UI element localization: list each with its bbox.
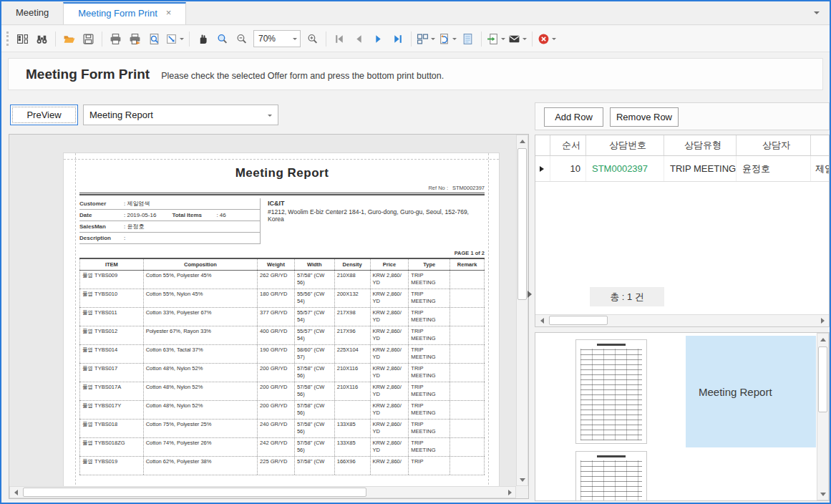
thumbnail-item[interactable]: [537, 453, 816, 501]
scroll-right-icon[interactable]: [504, 487, 515, 498]
multi-page-view-icon[interactable]: [415, 29, 437, 49]
print-preview-icon[interactable]: [145, 29, 164, 49]
margin-guide: [75, 153, 76, 492]
toolbar: 70%: [1, 26, 830, 52]
company-name: IC&IT: [268, 200, 485, 207]
scroll-down-icon[interactable]: [817, 488, 828, 500]
report-table-row: 풀염 TYBS018ZG Cotton 74%, Polyester 26% 2…: [79, 438, 485, 457]
grid-data-row[interactable]: 10 STM0002397 TRIP MEETING 윤정호 제일: [535, 156, 829, 182]
close-icon[interactable]: [166, 8, 172, 24]
report-form-select-value: Meeting Report: [89, 110, 153, 120]
scroll-left-icon[interactable]: [10, 487, 21, 498]
chevron-down-icon[interactable]: [293, 38, 297, 42]
chevron-down-icon[interactable]: [180, 38, 184, 42]
cell-seq[interactable]: 10: [550, 156, 586, 181]
scale-icon[interactable]: [164, 29, 185, 49]
prev-page-icon[interactable]: [349, 29, 369, 49]
report-table-row: 풀염 TYBS019 Cotton 62%, Polyester 38% 225…: [79, 457, 485, 475]
vertical-scroll-thumb[interactable]: [517, 148, 527, 300]
report-table-row: 풀염 TYBS012 Polyester 67%, Rayon 33% 400 …: [79, 326, 485, 345]
grid-header-seq[interactable]: 순서: [550, 135, 586, 155]
chevron-down-icon[interactable]: [268, 115, 272, 119]
first-page-icon[interactable]: [330, 29, 349, 49]
cell-consult-type[interactable]: TRIP MEETING: [664, 156, 737, 181]
grid-header-consultant[interactable]: 상담자: [737, 135, 811, 155]
chevron-down-icon[interactable]: [501, 38, 505, 42]
tab-list-chevron-down-icon[interactable]: [814, 11, 820, 17]
grid-header-extra[interactable]: [811, 135, 829, 155]
tab-bar: Meeting Meeting Form Print: [1, 1, 830, 25]
toolbar-separator: [411, 32, 412, 47]
zoom-in-icon[interactable]: [213, 29, 232, 49]
remove-row-button[interactable]: Remove Row: [610, 107, 679, 127]
magnifier-plus-icon[interactable]: [303, 29, 322, 49]
report-page-label: PAGE 1 of 2: [79, 250, 485, 256]
report-table-row: 풀염 TYBS017A Cotton 48%, Nylon 52% 200 GR…: [79, 382, 485, 401]
next-page-icon[interactable]: [369, 29, 388, 49]
thumbnail-item-selected[interactable]: Meeting Report: [537, 336, 816, 447]
zoom-level-combo[interactable]: 70%: [253, 30, 301, 47]
horizontal-scroll-thumb[interactable]: [549, 316, 608, 325]
thumbnail-selection-area[interactable]: Meeting Report: [686, 336, 816, 447]
thumbnail-page-preview[interactable]: [537, 453, 686, 501]
open-folder-icon[interactable]: [59, 29, 79, 49]
mini-report-page: [575, 339, 647, 444]
export-report-icon[interactable]: [437, 29, 458, 49]
report-thumbnails-panel: Meeting Report: [535, 332, 830, 501]
toolbar-separator: [189, 32, 190, 47]
report-form-select[interactable]: Meeting Report: [83, 105, 278, 125]
send-email-icon[interactable]: [507, 29, 528, 49]
watermark-document-icon[interactable]: [458, 29, 477, 49]
print-preview-panel: Meeting Report Ref No :STM0002397 Custom…: [9, 134, 529, 499]
horizontal-scroll-thumb[interactable]: [23, 488, 366, 497]
preview-button[interactable]: PreView: [10, 105, 78, 125]
report-info-table: Customer: 제일염색 Date: 2019-05-16Total Ite…: [79, 198, 260, 244]
thumbnail-page-preview[interactable]: [537, 336, 686, 447]
toolbar-separator: [326, 32, 326, 47]
vertical-scroll-thumb[interactable]: [818, 346, 827, 412]
print-icon[interactable]: [106, 29, 125, 49]
stop-close-icon[interactable]: [536, 29, 558, 49]
grid-header-consult-type[interactable]: 상담유형: [664, 135, 737, 155]
scroll-left-icon[interactable]: [536, 315, 548, 326]
chevron-down-icon[interactable]: [452, 38, 457, 42]
scroll-up-icon[interactable]: [517, 135, 528, 147]
grid-header-consult-no[interactable]: 상담번호: [586, 135, 664, 155]
page-header: Meeting Form Print Please check the sele…: [8, 58, 823, 90]
cell-consult-no[interactable]: STM0002397: [586, 156, 664, 181]
row-indicator-icon: [540, 166, 547, 172]
row-buttons-panel: Add Row Remove Row: [535, 102, 830, 130]
margin-guide: [488, 153, 489, 492]
toolbar-drag-handle[interactable]: [6, 32, 9, 46]
scroll-up-icon[interactable]: [817, 334, 828, 345]
tab-meeting[interactable]: Meeting: [1, 2, 63, 24]
tab-label: Meeting: [16, 7, 49, 18]
cell-extra[interactable]: 제일: [811, 156, 829, 181]
find-icon[interactable]: [32, 29, 52, 49]
scroll-down-icon[interactable]: [517, 474, 528, 485]
cell-consultant[interactable]: 윤정호: [737, 156, 811, 181]
report-title: Meeting Report: [79, 166, 485, 180]
company-block: IC&IT #1212, Woolim E-biz Center2 184-1,…: [260, 198, 485, 244]
report-table-row: 풀염 TYBS017 Cotton 48%, Nylon 52% 200 GR/…: [79, 364, 485, 382]
chevron-down-icon[interactable]: [552, 38, 556, 42]
zoom-level-value: 70%: [258, 34, 276, 44]
toolbar-separator: [481, 32, 482, 47]
layout-panels-icon[interactable]: [13, 29, 32, 49]
report-items-table: ITEM Composition Weight Width Density Pr…: [79, 258, 485, 475]
chevron-down-icon[interactable]: [523, 38, 527, 42]
grid-total-count: 총 : 1 건: [590, 287, 664, 306]
thumbnail-label: Meeting Report: [686, 386, 772, 398]
quick-print-icon[interactable]: [125, 29, 145, 49]
scroll-right-icon[interactable]: [817, 315, 828, 326]
zoom-out-icon[interactable]: [232, 29, 251, 49]
add-row-button[interactable]: Add Row: [544, 107, 603, 127]
thumbnail-selection-area[interactable]: [686, 453, 816, 501]
export-file-icon[interactable]: [485, 29, 507, 49]
chevron-down-icon[interactable]: [431, 38, 435, 42]
tab-meeting-form-print[interactable]: Meeting Form Print: [63, 2, 186, 24]
save-icon[interactable]: [79, 29, 98, 49]
toolbar-separator: [532, 32, 533, 47]
last-page-icon[interactable]: [388, 29, 407, 49]
hand-tool-icon[interactable]: [193, 29, 213, 49]
